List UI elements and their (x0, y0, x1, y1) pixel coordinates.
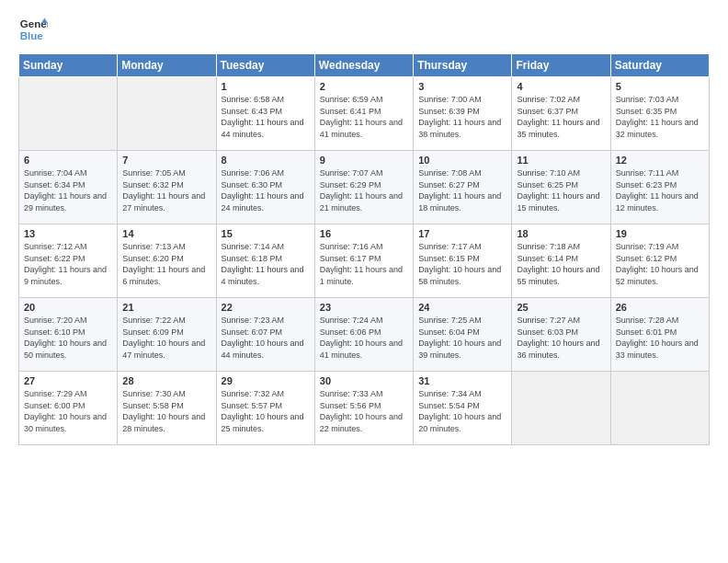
weekday-header-wednesday: Wednesday (314, 54, 413, 77)
calendar-week-row: 1Sunrise: 6:58 AMSunset: 6:43 PMDaylight… (19, 77, 710, 151)
calendar-cell: 3Sunrise: 7:00 AMSunset: 6:39 PMDaylight… (414, 77, 512, 151)
day-number: 9 (320, 155, 408, 166)
day-number: 13 (24, 228, 112, 239)
calendar-cell (512, 372, 610, 445)
calendar-cell (118, 77, 216, 151)
day-number: 24 (418, 302, 506, 313)
calendar-cell: 10Sunrise: 7:08 AMSunset: 6:27 PMDayligh… (414, 151, 512, 224)
header: General Blue (18, 15, 710, 44)
calendar-week-row: 6Sunrise: 7:04 AMSunset: 6:34 PMDaylight… (19, 151, 710, 224)
day-number: 11 (517, 155, 605, 166)
day-number: 25 (517, 302, 605, 313)
day-number: 7 (122, 155, 210, 166)
calendar-cell: 12Sunrise: 7:11 AMSunset: 6:23 PMDayligh… (610, 151, 709, 224)
calendar-cell: 28Sunrise: 7:30 AMSunset: 5:58 PMDayligh… (118, 372, 216, 445)
day-info: Sunrise: 7:24 AMSunset: 6:06 PMDaylight:… (320, 315, 408, 361)
calendar-cell: 4Sunrise: 7:02 AMSunset: 6:37 PMDaylight… (512, 77, 610, 151)
calendar-week-row: 13Sunrise: 7:12 AMSunset: 6:22 PMDayligh… (19, 224, 710, 298)
day-info: Sunrise: 6:59 AMSunset: 6:41 PMDaylight:… (320, 94, 408, 140)
calendar-cell: 27Sunrise: 7:29 AMSunset: 6:00 PMDayligh… (19, 372, 118, 445)
calendar-cell: 6Sunrise: 7:04 AMSunset: 6:34 PMDaylight… (19, 151, 118, 224)
weekday-header-row: SundayMondayTuesdayWednesdayThursdayFrid… (19, 54, 710, 77)
weekday-header-friday: Friday (512, 54, 610, 77)
day-number: 15 (222, 228, 310, 239)
day-info: Sunrise: 7:33 AMSunset: 5:56 PMDaylight:… (320, 388, 408, 434)
day-number: 17 (418, 228, 506, 239)
calendar-cell: 21Sunrise: 7:22 AMSunset: 6:09 PMDayligh… (118, 298, 216, 372)
calendar-cell: 18Sunrise: 7:18 AMSunset: 6:14 PMDayligh… (512, 224, 610, 298)
day-info: Sunrise: 7:00 AMSunset: 6:39 PMDaylight:… (418, 94, 506, 140)
calendar-cell: 14Sunrise: 7:13 AMSunset: 6:20 PMDayligh… (118, 224, 216, 298)
calendar-table: SundayMondayTuesdayWednesdayThursdayFrid… (18, 53, 710, 445)
day-info: Sunrise: 7:25 AMSunset: 6:04 PMDaylight:… (418, 315, 506, 361)
calendar-cell: 9Sunrise: 7:07 AMSunset: 6:29 PMDaylight… (314, 151, 413, 224)
day-number: 12 (616, 155, 704, 166)
weekday-header-saturday: Saturday (610, 54, 709, 77)
day-info: Sunrise: 7:08 AMSunset: 6:27 PMDaylight:… (418, 167, 506, 213)
calendar-cell: 16Sunrise: 7:16 AMSunset: 6:17 PMDayligh… (314, 224, 413, 298)
day-info: Sunrise: 6:58 AMSunset: 6:43 PMDaylight:… (222, 94, 310, 140)
calendar-cell: 24Sunrise: 7:25 AMSunset: 6:04 PMDayligh… (414, 298, 512, 372)
calendar-cell: 1Sunrise: 6:58 AMSunset: 6:43 PMDaylight… (216, 77, 314, 151)
day-info: Sunrise: 7:32 AMSunset: 5:57 PMDaylight:… (222, 388, 310, 434)
day-number: 21 (122, 302, 210, 313)
day-info: Sunrise: 7:22 AMSunset: 6:09 PMDaylight:… (122, 315, 210, 361)
calendar-page: General Blue SundayMondayTuesdayWednesda… (0, 0, 728, 454)
calendar-cell (610, 372, 709, 445)
calendar-week-row: 27Sunrise: 7:29 AMSunset: 6:00 PMDayligh… (19, 372, 710, 445)
day-number: 26 (616, 302, 704, 313)
day-number: 2 (320, 81, 408, 92)
day-number: 22 (222, 302, 310, 313)
calendar-cell: 15Sunrise: 7:14 AMSunset: 6:18 PMDayligh… (216, 224, 314, 298)
calendar-cell: 8Sunrise: 7:06 AMSunset: 6:30 PMDaylight… (216, 151, 314, 224)
day-info: Sunrise: 7:07 AMSunset: 6:29 PMDaylight:… (320, 167, 408, 213)
day-number: 23 (320, 302, 408, 313)
weekday-header-sunday: Sunday (19, 54, 118, 77)
day-info: Sunrise: 7:06 AMSunset: 6:30 PMDaylight:… (222, 167, 310, 213)
day-info: Sunrise: 7:34 AMSunset: 5:54 PMDaylight:… (418, 388, 506, 434)
day-number: 6 (24, 155, 112, 166)
calendar-cell: 19Sunrise: 7:19 AMSunset: 6:12 PMDayligh… (610, 224, 709, 298)
day-info: Sunrise: 7:13 AMSunset: 6:20 PMDaylight:… (122, 241, 210, 287)
calendar-cell: 29Sunrise: 7:32 AMSunset: 5:57 PMDayligh… (216, 372, 314, 445)
day-info: Sunrise: 7:02 AMSunset: 6:37 PMDaylight:… (517, 94, 605, 140)
day-info: Sunrise: 7:12 AMSunset: 6:22 PMDaylight:… (24, 241, 112, 287)
day-number: 4 (517, 81, 605, 92)
day-info: Sunrise: 7:30 AMSunset: 5:58 PMDaylight:… (122, 388, 210, 434)
day-number: 31 (418, 375, 506, 386)
calendar-cell: 26Sunrise: 7:28 AMSunset: 6:01 PMDayligh… (610, 298, 709, 372)
calendar-cell: 20Sunrise: 7:20 AMSunset: 6:10 PMDayligh… (19, 298, 118, 372)
day-info: Sunrise: 7:27 AMSunset: 6:03 PMDaylight:… (517, 315, 605, 361)
day-number: 18 (517, 228, 605, 239)
day-number: 5 (616, 81, 704, 92)
calendar-cell: 7Sunrise: 7:05 AMSunset: 6:32 PMDaylight… (118, 151, 216, 224)
day-number: 1 (222, 81, 310, 92)
day-number: 8 (222, 155, 310, 166)
day-info: Sunrise: 7:03 AMSunset: 6:35 PMDaylight:… (616, 94, 704, 140)
calendar-cell: 17Sunrise: 7:17 AMSunset: 6:15 PMDayligh… (414, 224, 512, 298)
day-info: Sunrise: 7:19 AMSunset: 6:12 PMDaylight:… (616, 241, 704, 287)
calendar-cell: 5Sunrise: 7:03 AMSunset: 6:35 PMDaylight… (610, 77, 709, 151)
calendar-cell: 22Sunrise: 7:23 AMSunset: 6:07 PMDayligh… (216, 298, 314, 372)
day-number: 16 (320, 228, 408, 239)
day-info: Sunrise: 7:20 AMSunset: 6:10 PMDaylight:… (24, 315, 112, 361)
calendar-cell: 13Sunrise: 7:12 AMSunset: 6:22 PMDayligh… (19, 224, 118, 298)
calendar-cell: 31Sunrise: 7:34 AMSunset: 5:54 PMDayligh… (414, 372, 512, 445)
day-number: 14 (122, 228, 210, 239)
weekday-header-monday: Monday (118, 54, 216, 77)
calendar-cell: 25Sunrise: 7:27 AMSunset: 6:03 PMDayligh… (512, 298, 610, 372)
calendar-cell: 23Sunrise: 7:24 AMSunset: 6:06 PMDayligh… (314, 298, 413, 372)
weekday-header-tuesday: Tuesday (216, 54, 314, 77)
calendar-cell: 30Sunrise: 7:33 AMSunset: 5:56 PMDayligh… (314, 372, 413, 445)
day-number: 19 (616, 228, 704, 239)
day-info: Sunrise: 7:17 AMSunset: 6:15 PMDaylight:… (418, 241, 506, 287)
day-number: 28 (122, 375, 210, 386)
logo: General Blue (18, 15, 48, 44)
calendar-cell (19, 77, 118, 151)
day-info: Sunrise: 7:04 AMSunset: 6:34 PMDaylight:… (24, 167, 112, 213)
day-info: Sunrise: 7:11 AMSunset: 6:23 PMDaylight:… (616, 167, 704, 213)
calendar-week-row: 20Sunrise: 7:20 AMSunset: 6:10 PMDayligh… (19, 298, 710, 372)
day-number: 27 (24, 375, 112, 386)
day-number: 10 (418, 155, 506, 166)
day-info: Sunrise: 7:23 AMSunset: 6:07 PMDaylight:… (222, 315, 310, 361)
